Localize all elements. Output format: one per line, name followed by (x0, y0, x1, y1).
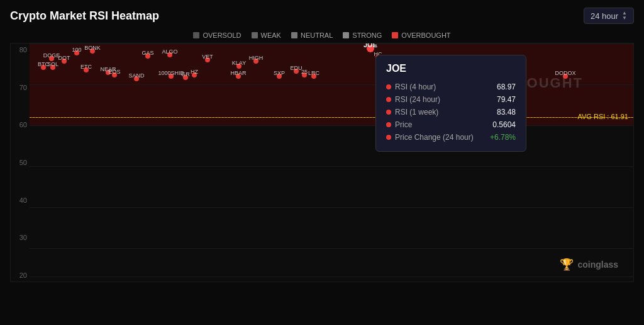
tooltip-row-rsi1w: RSI (1 week) 83.48 (386, 106, 516, 118)
y-label-30: 30 (13, 234, 27, 241)
coin-klay-label: KLAY (232, 60, 246, 66)
coin-100-label: 100 (72, 47, 81, 53)
legend: OVERSOLD WEAK NEUTRAL STRONG OVERBOUGHT (0, 29, 644, 43)
coin-edu-label: EDU (290, 65, 302, 71)
time-label: 24 hour (591, 11, 618, 21)
legend-overbought: OVERBOUGHT (392, 31, 450, 39)
grid-line-20 (30, 277, 633, 277)
coin-vet-label: VET (202, 54, 213, 60)
tooltip: JOE RSI (4 hour) 68.97 RSI (24 hour) 79.… (375, 55, 526, 152)
coin-25-label: 25 (301, 69, 308, 75)
coin-eos-label: EOS (108, 69, 120, 75)
tooltip-key-rsi4h: RSI (4 hour) (386, 83, 436, 91)
tooltip-key-pricechange: Price Change (24 hour) (386, 133, 474, 142)
tooltip-dot-price (386, 122, 391, 127)
tooltip-dot-pricechange (386, 135, 391, 140)
avg-rsi-line: AVG RSI : 61.91 (30, 117, 633, 118)
coin-high-label: HIGH (249, 55, 264, 61)
weak-label: WEAK (261, 31, 281, 39)
weak-icon (252, 32, 258, 38)
coin-sxp-label: SXP (274, 70, 285, 76)
tooltip-key-rsi1w: RSI (1 week) (386, 108, 438, 117)
y-label-80: 80 (13, 46, 27, 54)
coin-lrc-label: LRC (308, 70, 319, 76)
branding: 🏆 coinglass (560, 258, 618, 271)
coin-sand-label: SAND (128, 72, 144, 79)
y-label-40: 40 (13, 197, 27, 204)
tooltip-val-price: 0.5604 (492, 120, 516, 129)
coin-hbar-label: HBAR (230, 70, 246, 76)
coin-doge-label: DOGE (43, 52, 60, 59)
coin-etc-label: ETC (80, 64, 92, 70)
time-selector[interactable]: 24 hour ▲ ▼ (584, 8, 634, 24)
strong-label: STRONG (352, 31, 382, 39)
overbought-label: OVERBOUGHT (401, 31, 450, 39)
chart-area: 80 70 60 50 40 30 20 AVG RSI : 61.91 OVE… (10, 43, 634, 282)
grid-line-80 (30, 43, 633, 44)
grid-line-30 (30, 248, 633, 249)
coin-bonk-label: BONK (84, 45, 101, 51)
tooltip-val-rsi24h: 79.47 (497, 95, 516, 104)
coin-gr-label: GR (181, 71, 190, 77)
grid-line-40 (30, 207, 633, 208)
tooltip-row-rsi24h: RSI (24 hour) 79.47 (386, 93, 516, 106)
neutral-icon (291, 32, 297, 38)
tooltip-dot-rsi4h (386, 84, 391, 89)
legend-weak: WEAK (252, 31, 281, 39)
coin-joe-label: JOE (364, 43, 377, 48)
coin-gas-label: GAS (142, 50, 153, 56)
tooltip-row-rsi4h: RSI (4 hour) 68.97 (386, 81, 516, 93)
tooltip-key-rsi24h: RSI (24 hour) (386, 95, 440, 104)
neutral-label: NEUTRAL (301, 31, 333, 39)
oversold-icon (193, 32, 199, 38)
strong-icon (343, 32, 349, 38)
coin-dodox-label: DODOX (555, 70, 575, 76)
grid-line-60 (30, 125, 633, 126)
overbought-icon (392, 32, 398, 38)
y-label-50: 50 (13, 159, 27, 166)
tooltip-coin-name: JOE (386, 63, 516, 74)
branding-name: coinglass (577, 259, 618, 270)
tooltip-val-rsi4h: 68.97 (497, 83, 516, 91)
tooltip-dot-rsi1w (386, 110, 391, 115)
tooltip-key-price: Price (386, 120, 412, 129)
oversold-label: OVERSOLD (203, 31, 241, 39)
coin-algo-label: ALGO (162, 48, 177, 55)
coin-1000shib-label: 1000SHIB (158, 70, 184, 76)
page-title: Crypto Market RSI Heatmap (10, 9, 159, 23)
coin-dot-label: DOT (58, 55, 70, 61)
y-label-20: 20 (13, 271, 27, 279)
tooltip-row-pricechange: Price Change (24 hour) +6.78% (386, 131, 516, 144)
tooltip-dot-rsi24h (386, 97, 391, 102)
legend-oversold: OVERSOLD (193, 31, 241, 39)
tooltip-val-pricechange: +6.78% (490, 133, 516, 142)
grid-line-50 (30, 166, 633, 167)
legend-strong: STRONG (343, 31, 382, 39)
y-axis: 80 70 60 50 40 30 20 (11, 43, 30, 282)
y-label-60: 60 (13, 121, 27, 128)
coin-sol-label: SOL (47, 61, 58, 67)
legend-neutral: NEUTRAL (291, 31, 333, 39)
tooltip-row-price: Price 0.5604 (386, 118, 516, 131)
avg-rsi-label: AVG RSI : 61.91 (577, 113, 628, 120)
time-arrows: ▲ ▼ (622, 11, 627, 21)
y-label-70: 70 (13, 84, 27, 91)
header: Crypto Market RSI Heatmap 24 hour ▲ ▼ (0, 0, 644, 29)
branding-icon: 🏆 (560, 258, 574, 271)
tooltip-val-rsi1w: 83.48 (497, 108, 516, 117)
coin-hz-label: HZ (191, 69, 198, 75)
